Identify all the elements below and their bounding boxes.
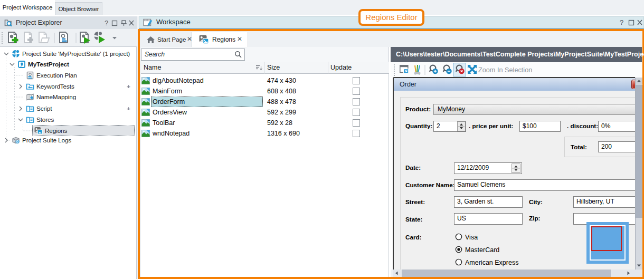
svg-text:MasterCard: MasterCard	[465, 246, 499, 254]
svg-text:Visa: Visa	[465, 234, 478, 241]
svg-text:American Express: American Express	[465, 259, 518, 266]
svg-text:Zoom In Selection: Zoom In Selection	[478, 66, 532, 74]
svg-text:?: ?	[620, 18, 623, 26]
svg-text:?: ?	[105, 19, 108, 27]
